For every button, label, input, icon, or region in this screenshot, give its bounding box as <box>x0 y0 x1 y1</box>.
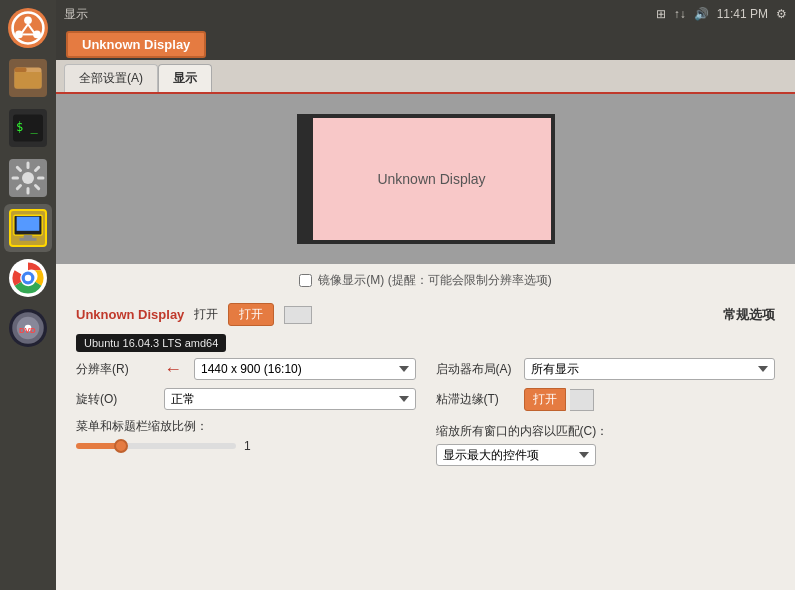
svg-point-20 <box>25 275 31 281</box>
mirror-checkbox[interactable] <box>299 274 312 287</box>
svg-text:DVD: DVD <box>19 326 36 335</box>
ubuntu-tooltip-wrapper: Ubuntu 16.04.3 LTS amd64 <box>76 334 775 352</box>
sidebar: $ _ <box>0 0 56 590</box>
sidebar-icon-display[interactable] <box>4 204 52 252</box>
rotation-label: 旋转(O) <box>76 391 156 408</box>
main-window: 显示 ⊞ ↑↓ 🔊 11:41 PM ⚙ Unknown Display 全部设… <box>56 0 795 590</box>
sticky-on-button[interactable]: 打开 <box>524 388 566 411</box>
shrink-label: 缩放所有窗口的内容以匹配(C)： <box>436 423 776 440</box>
svg-rect-8 <box>15 72 42 89</box>
topbar: 显示 ⊞ ↑↓ 🔊 11:41 PM ⚙ <box>56 0 795 28</box>
svg-rect-9 <box>15 68 27 73</box>
slider-thumb[interactable] <box>114 439 128 453</box>
svg-rect-14 <box>17 217 40 231</box>
toggle-on-button[interactable]: 打开 <box>228 303 274 326</box>
monitor-frame[interactable]: Unknown Display <box>305 114 555 244</box>
mirror-label: 镜像显示(M) (提醒：可能会限制分辨率选项) <box>318 272 551 289</box>
tabs-bar: 全部设置(A) 显示 <box>56 60 795 94</box>
mirror-row: 镜像显示(M) (提醒：可能会限制分辨率选项) <box>56 264 795 293</box>
svg-point-1 <box>24 16 32 24</box>
on-label: 打开 <box>194 306 218 323</box>
network-icon: ↑↓ <box>674 7 686 21</box>
launcher-label: 启动器布局(A) <box>436 361 516 378</box>
display-name-row: Unknown Display 打开 打开 常规选项 <box>76 303 775 326</box>
sticky-row: 粘滞边缘(T) 打开 <box>436 388 776 411</box>
arrow-indicator: ← <box>164 359 182 380</box>
monitor-label: Unknown Display <box>377 171 485 187</box>
shrink-select-wrapper: 显示最大的控件项 <box>436 444 776 466</box>
svg-text:$ _: $ _ <box>16 120 38 134</box>
resolution-select[interactable]: 1440 x 900 (16:10) <box>194 358 416 380</box>
settings-area: Unknown Display 打开 打开 常规选项 Ubuntu 16.04.… <box>56 293 795 590</box>
sticky-label: 粘滞边缘(T) <box>436 391 516 408</box>
sidebar-icon-ubuntu[interactable] <box>4 4 52 52</box>
shrink-section: 缩放所有窗口的内容以匹配(C)： 显示最大的控件项 <box>436 423 776 466</box>
sidebar-icon-files[interactable] <box>4 54 52 102</box>
sidebar-icon-settings[interactable] <box>4 154 52 202</box>
display-name: Unknown Display <box>76 307 184 322</box>
resolution-row: 分辨率(R) ← 1440 x 900 (16:10) <box>76 358 416 380</box>
topbar-right: ⊞ ↑↓ 🔊 11:41 PM ⚙ <box>656 7 787 21</box>
slider-section: 菜单和标题栏缩放比例： 1 <box>76 418 416 453</box>
sidebar-icon-chrome[interactable] <box>4 254 52 302</box>
left-col: 分辨率(R) ← 1440 x 900 (16:10) 旋转(O) 正常 菜单和… <box>76 358 416 466</box>
toggle-off-box <box>284 306 312 324</box>
svg-rect-16 <box>20 238 37 241</box>
window-title-button[interactable]: Unknown Display <box>66 31 206 58</box>
tab-display[interactable]: 显示 <box>158 64 212 92</box>
tab-all-settings[interactable]: 全部设置(A) <box>64 64 158 92</box>
launcher-row: 启动器布局(A) 所有显示 <box>436 358 776 380</box>
sticky-toggle: 打开 <box>524 388 594 411</box>
menu-scale-label: 菜单和标题栏缩放比例： <box>76 418 416 435</box>
volume-icon[interactable]: 🔊 <box>694 7 709 21</box>
slider-container: 1 <box>76 439 416 453</box>
svg-point-12 <box>22 172 34 184</box>
slider-track[interactable] <box>76 443 236 449</box>
rotation-select[interactable]: 正常 <box>164 388 416 410</box>
right-col: 启动器布局(A) 所有显示 粘滞边缘(T) 打开 缩放所有窗口的内容以匹配(C)… <box>436 358 776 466</box>
settings-grid: 分辨率(R) ← 1440 x 900 (16:10) 旋转(O) 正常 菜单和… <box>76 358 775 466</box>
grid-icon[interactable]: ⊞ <box>656 7 666 21</box>
window-titlebar: Unknown Display <box>56 28 795 60</box>
sidebar-icon-terminal[interactable]: $ _ <box>4 104 52 152</box>
ubuntu-tooltip: Ubuntu 16.04.3 LTS amd64 <box>76 334 226 352</box>
shrink-select[interactable]: 显示最大的控件项 <box>436 444 596 466</box>
normal-options-label: 常规选项 <box>723 306 775 324</box>
clock: 11:41 PM <box>717 7 768 21</box>
slider-value: 1 <box>244 439 251 453</box>
sticky-off-box <box>570 389 594 411</box>
resolution-label: 分辨率(R) <box>76 361 156 378</box>
rotation-row: 旋转(O) 正常 <box>76 388 416 410</box>
settings-icon[interactable]: ⚙ <box>776 7 787 21</box>
topbar-title: 显示 <box>64 6 88 23</box>
sidebar-icon-dvd[interactable]: DVD <box>4 304 52 352</box>
launcher-select[interactable]: 所有显示 <box>524 358 776 380</box>
monitor-area: Unknown Display <box>56 94 795 264</box>
